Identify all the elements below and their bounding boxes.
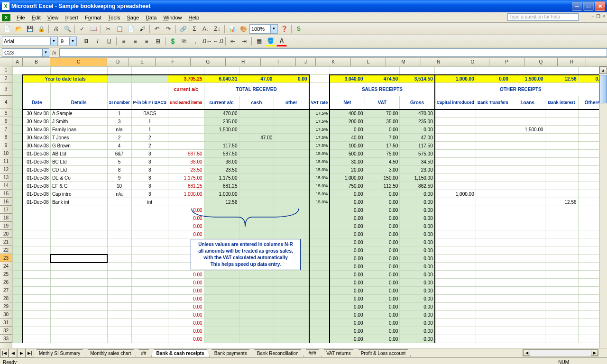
cell[interactable] — [13, 174, 23, 182]
save-button[interactable]: 💾 — [25, 24, 35, 34]
col-header-P[interactable]: P — [489, 58, 524, 66]
col-header-G[interactable]: G — [191, 58, 226, 66]
row-header-18[interactable]: 18 — [0, 214, 12, 222]
col-header-J[interactable]: J — [296, 58, 316, 66]
doc-minimize-button[interactable]: – — [592, 14, 595, 19]
menu-insert[interactable]: Insert — [62, 14, 82, 21]
row-header-13[interactable]: 13 — [0, 173, 12, 182]
permission-button[interactable]: 🔒 — [36, 24, 46, 34]
print-button[interactable]: 🖨 — [51, 24, 61, 34]
cell[interactable] — [435, 67, 476, 75]
decrease-decimal-button[interactable]: ←.0 — [213, 36, 223, 46]
spreadsheet-grid[interactable]: ABCDEFGHIJKLMNOPQR 123456789101112131415… — [0, 58, 607, 348]
name-box[interactable]: C23▼ — [2, 48, 49, 57]
spelling-button[interactable]: ✓ — [77, 24, 87, 34]
col-header-N[interactable]: N — [421, 58, 456, 66]
app-icon[interactable]: X — [2, 14, 10, 21]
row-header-17[interactable]: 17 — [0, 206, 12, 214]
col-header-D[interactable]: D — [107, 58, 129, 66]
cell[interactable] — [204, 67, 239, 75]
cell[interactable] — [309, 75, 330, 83]
sage-button[interactable]: S — [294, 24, 304, 34]
tab-nav-prev[interactable]: ◀ — [9, 349, 17, 357]
cell[interactable] — [13, 311, 23, 319]
row-header-5[interactable]: 5 — [0, 109, 12, 117]
menu-format[interactable]: Format — [82, 14, 105, 21]
close-button[interactable]: ✕ — [595, 1, 605, 11]
cell[interactable] — [13, 109, 23, 118]
cell[interactable] — [13, 75, 23, 83]
sheet-tab[interactable]: Bank Reconciliation — [252, 349, 304, 357]
menu-sage[interactable]: Sage — [123, 14, 142, 21]
decrease-indent-button[interactable]: ⇤ — [228, 36, 238, 46]
row-header-21[interactable]: 21 — [0, 238, 12, 246]
row-header-1[interactable]: 1 — [0, 66, 12, 74]
sheet-tab[interactable]: Bank payments — [209, 349, 252, 357]
cell[interactable] — [274, 67, 309, 75]
row-header-15[interactable]: 15 — [0, 190, 12, 198]
row-header-24[interactable]: 24 — [0, 262, 12, 270]
menu-help[interactable]: Help — [185, 14, 203, 21]
cell[interactable] — [13, 287, 23, 295]
menu-data[interactable]: Data — [142, 14, 160, 21]
sheet-tab[interactable]: VAT returns — [321, 349, 356, 357]
menu-edit[interactable]: Edit — [28, 14, 44, 21]
cell[interactable] — [131, 75, 168, 83]
cell[interactable] — [330, 67, 365, 75]
vertical-scrollbar[interactable]: ▲ — [599, 66, 607, 348]
cell[interactable] — [13, 238, 23, 246]
menu-window[interactable]: Window — [160, 14, 185, 21]
autosum-button[interactable]: Σ — [189, 24, 200, 34]
open-button[interactable]: 📂 — [13, 24, 24, 34]
zoom-combo[interactable]: 100%▼ — [249, 24, 278, 34]
cell[interactable] — [168, 67, 204, 75]
row-header-8[interactable]: 8 — [0, 133, 12, 141]
sheet-tab[interactable]: Monthly sales chart — [85, 349, 136, 357]
percent-button[interactable]: % — [179, 36, 189, 46]
cell[interactable] — [13, 67, 23, 75]
sheet-tab[interactable]: Profit & Loss account — [356, 349, 411, 357]
row-header-11[interactable]: 11 — [0, 157, 12, 165]
row-header-6[interactable]: 6 — [0, 117, 12, 125]
tab-nav-first[interactable]: |◀ — [0, 349, 9, 357]
cell[interactable] — [13, 214, 23, 222]
cell[interactable] — [13, 158, 23, 166]
print-preview-button[interactable]: 🔍 — [62, 24, 73, 34]
row-header-26[interactable]: 26 — [0, 278, 12, 286]
undo-button[interactable]: ↶ — [152, 24, 162, 34]
font-size-combo[interactable]: 9▼ — [59, 36, 77, 46]
row-header-30[interactable]: 30 — [0, 310, 12, 318]
align-right-button[interactable]: ≡ — [141, 36, 152, 46]
row-header-32[interactable]: 32 — [0, 327, 12, 335]
col-header-H[interactable]: H — [226, 58, 261, 66]
paste-button[interactable]: 📄 — [126, 24, 136, 34]
font-combo[interactable]: Arial▼ — [2, 36, 58, 46]
row-header-16[interactable]: 16 — [0, 198, 12, 206]
cell[interactable] — [13, 150, 23, 158]
cell[interactable] — [13, 198, 23, 206]
increase-indent-button[interactable]: ⇥ — [239, 36, 249, 46]
row-header-14[interactable]: 14 — [0, 182, 12, 190]
cell[interactable] — [13, 166, 23, 174]
row-header-20[interactable]: 20 — [0, 230, 12, 238]
menu-tools[interactable]: Tools — [105, 14, 124, 21]
row-header-12[interactable]: 12 — [0, 165, 12, 173]
cut-button[interactable]: ✂ — [103, 24, 113, 34]
cell[interactable] — [13, 327, 23, 335]
cell[interactable] — [309, 83, 330, 96]
format-painter-button[interactable]: 🖌 — [137, 24, 147, 34]
row-header-2[interactable]: 2 — [0, 74, 12, 82]
col-header-L[interactable]: L — [351, 58, 386, 66]
doc-restore-button[interactable]: ❐ — [596, 14, 600, 19]
col-header-O[interactable]: O — [456, 58, 489, 66]
bold-button[interactable]: B — [81, 36, 92, 46]
redo-button[interactable]: ↷ — [163, 24, 174, 34]
research-button[interactable]: 📖 — [88, 24, 99, 34]
cell[interactable] — [13, 83, 23, 96]
tab-nav-last[interactable]: ▶| — [26, 349, 34, 357]
row-header-4[interactable]: 4 — [0, 96, 12, 109]
italic-button[interactable]: I — [92, 36, 103, 46]
cell[interactable] — [13, 319, 23, 327]
cell[interactable] — [476, 67, 510, 75]
cell[interactable] — [13, 271, 23, 279]
